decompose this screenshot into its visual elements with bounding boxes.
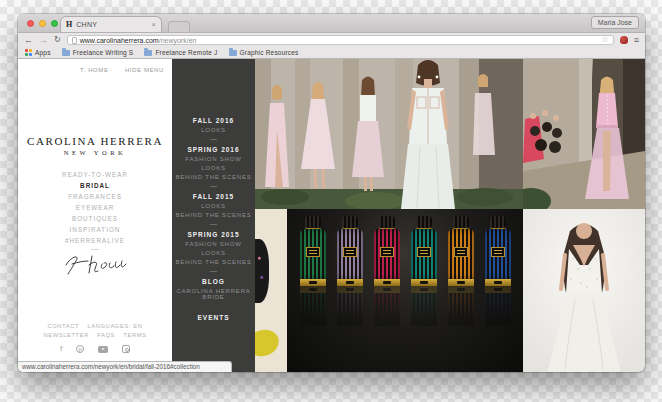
submenu-item[interactable]: LOOKS xyxy=(172,250,255,256)
submenu-item[interactable]: LOOKS xyxy=(172,127,255,133)
menu-item-boutiques[interactable]: BOUTIQUES xyxy=(18,215,172,222)
facebook-icon[interactable]: f xyxy=(60,345,62,353)
bookmark-star-icon[interactable]: ☆ xyxy=(602,36,609,44)
submenu-title-spring-2015[interactable]: SPRING 2015 xyxy=(172,231,255,238)
submenu-item[interactable]: CAROLINA HERRERA BRIDE xyxy=(172,288,255,300)
signature-image xyxy=(18,251,172,281)
bridal-photo[interactable] xyxy=(523,209,645,372)
perfume-bottle xyxy=(300,216,326,326)
home-link[interactable]: T. HOME xyxy=(80,67,109,73)
divider xyxy=(210,139,217,140)
refresh-icon[interactable]: ↻ xyxy=(54,36,61,44)
browser-window: H CHNY × Maria Jose ← → ↻ www.carolinahe… xyxy=(18,14,645,372)
browser-titlebar: H CHNY × Maria Jose xyxy=(18,14,645,33)
brand-logo[interactable]: CAROLINA HERRERA NEW YORK xyxy=(18,135,172,156)
window-controls xyxy=(27,20,58,27)
submenu-item[interactable]: BEHIND THE SCENES xyxy=(172,212,255,218)
url-path: /newyork/en xyxy=(159,37,197,44)
pink-look-photo[interactable] xyxy=(523,59,645,209)
folder-icon xyxy=(229,50,237,56)
runway-show-photo[interactable] xyxy=(255,59,523,209)
divider xyxy=(210,271,217,272)
forward-icon[interactable]: → xyxy=(39,36,48,45)
bookmark-folder-writing[interactable]: Freelance Writing S xyxy=(62,49,134,56)
submenu-title-fall-2016[interactable]: FALL 2016 xyxy=(172,117,255,124)
footer-links-row1: CONTACT LANGUAGES: EN xyxy=(18,323,172,329)
menu-item-inspiration[interactable]: INSPIRATION xyxy=(18,226,172,233)
folder-icon xyxy=(62,50,70,56)
submenu-item[interactable]: FASHION SHOW xyxy=(172,241,255,247)
menu-item-ready-to-wear[interactable]: READY-TO-WEAR xyxy=(18,171,172,178)
submenu-item[interactable]: FASHION SHOW xyxy=(172,156,255,162)
divider xyxy=(210,224,217,225)
menu-item-fragrances[interactable]: FRAGRANCES xyxy=(18,193,172,200)
bookmark-folder-remote[interactable]: Freelance Remote J xyxy=(144,49,217,56)
main-menu: READY-TO-WEAR BRIDAL FRAGRANCES EYEWEAR … xyxy=(18,171,172,248)
bookmark-folder-label: Freelance Writing S xyxy=(73,49,134,56)
collections-menu: FALL 2016 LOOKS SPRING 2016 FASHION SHOW… xyxy=(172,59,255,372)
submenu-title-blog[interactable]: BLOG xyxy=(172,278,255,285)
close-window-button[interactable] xyxy=(27,20,34,27)
yellow-bag xyxy=(255,326,282,361)
logo-name: CAROLINA HERRERA xyxy=(18,135,172,147)
perfume-bottle xyxy=(448,216,474,326)
bookmark-folder-graphic[interactable]: Graphic Resources xyxy=(229,49,299,56)
back-icon[interactable]: ← xyxy=(24,36,33,45)
look-strip-photo[interactable] xyxy=(255,209,287,372)
submenu-item[interactable]: LOOKS xyxy=(172,165,255,171)
contact-link[interactable]: CONTACT xyxy=(47,323,79,329)
logo-city: NEW YORK xyxy=(18,149,172,156)
social-links: f p xyxy=(18,345,172,353)
divider xyxy=(91,249,99,250)
instagram-icon[interactable] xyxy=(122,345,130,353)
submenu-title-events[interactable]: EVENTS xyxy=(172,314,255,321)
browser-tab[interactable]: H CHNY × xyxy=(60,16,162,32)
newsletter-link[interactable]: NEWSLETTER xyxy=(43,332,89,338)
bookmark-apps[interactable]: Apps xyxy=(25,49,51,56)
submenu-title-spring-2016[interactable]: SPRING 2016 xyxy=(172,146,255,153)
tab-favicon-icon: H xyxy=(66,21,72,29)
minimize-window-button[interactable] xyxy=(39,20,46,27)
address-bar[interactable]: www.carolinaherrera.com/newyork/en ☆ xyxy=(67,35,614,45)
tab-close-icon[interactable]: × xyxy=(151,21,156,29)
brand-sidebar: T. HOME HIDE MENU CAROLINA HERRERA NEW Y… xyxy=(18,59,172,372)
pinterest-icon[interactable]: p xyxy=(76,345,84,353)
browser-toolbar: ← → ↻ www.carolinaherrera.com/newyork/en… xyxy=(18,33,645,47)
perfume-bottles xyxy=(287,216,523,326)
terms-link[interactable]: TERMS xyxy=(123,332,146,338)
menu-item-eyewear[interactable]: EYEWEAR xyxy=(18,204,172,211)
url-domain: www.carolinaherrera.com xyxy=(80,37,159,44)
bridal-illustration xyxy=(523,209,645,372)
pink-look-illustration xyxy=(523,59,645,209)
menu-item-herreralive[interactable]: #HERRERALIVE xyxy=(18,237,172,244)
youtube-icon[interactable] xyxy=(98,346,108,353)
tab-title: CHNY xyxy=(76,21,147,28)
bookmarks-bar: Apps Freelance Writing S Freelance Remot… xyxy=(18,47,645,59)
profile-button[interactable]: Maria Jose xyxy=(591,16,639,29)
languages-link[interactable]: LANGUAGES: EN xyxy=(87,323,142,329)
zoom-window-button[interactable] xyxy=(51,20,58,27)
perfume-bottle xyxy=(485,216,511,326)
chrome-menu-icon[interactable]: ≡ xyxy=(634,36,639,45)
extension-icon[interactable] xyxy=(620,36,628,44)
submenu-item[interactable]: BEHIND THE SCENES xyxy=(172,259,255,265)
perfume-bottle xyxy=(374,216,400,326)
perfume-collection-photo[interactable] xyxy=(287,209,523,372)
divider xyxy=(210,186,217,187)
perfume-bottle xyxy=(337,216,363,326)
submenu-item[interactable]: BEHIND THE SCENES xyxy=(172,174,255,180)
floral-garment xyxy=(255,239,269,303)
hide-menu-link[interactable]: HIDE MENU xyxy=(125,67,164,73)
status-url-bubble: www.carolinaherrera.com/newyork/en/brida… xyxy=(18,361,232,372)
faqs-link[interactable]: FAQS xyxy=(97,332,115,338)
new-tab-button[interactable] xyxy=(168,21,190,32)
folder-icon xyxy=(144,50,152,56)
menu-item-bridal[interactable]: BRIDAL xyxy=(18,182,172,189)
page-content: T. HOME HIDE MENU CAROLINA HERRERA NEW Y… xyxy=(18,59,645,372)
bookmark-apps-label: Apps xyxy=(35,49,51,56)
bookmark-folder-label: Freelance Remote J xyxy=(155,49,217,56)
footer-links-row2: NEWSLETTER FAQS TERMS xyxy=(18,332,172,338)
submenu-item[interactable]: LOOKS xyxy=(172,203,255,209)
apps-grid-icon xyxy=(25,49,32,56)
submenu-title-fall-2015[interactable]: FALL 2015 xyxy=(172,193,255,200)
